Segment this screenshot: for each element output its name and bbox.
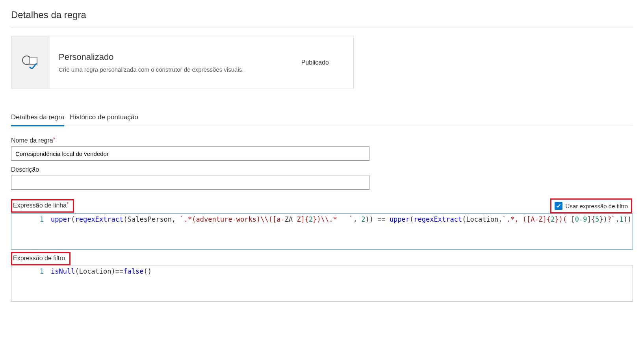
custom-rule-icon	[22, 55, 39, 70]
line-number: 1	[11, 266, 51, 301]
tabs: Detalhes da regra Histórico de pontuação	[11, 113, 633, 126]
filter-expression-label-highlight: Expressão de filtro	[11, 252, 71, 265]
row-expression-label-text: Expressão de linha	[13, 202, 67, 209]
rule-name-label: Nome da regra*	[11, 137, 633, 144]
required-asterisk: *	[53, 136, 55, 142]
rule-type-icon-box	[11, 36, 50, 89]
filter-expression-editor[interactable]: 1 isNull(Location)==false()	[11, 265, 633, 302]
use-filter-expression-label: Usar expressão de filtro	[566, 203, 628, 209]
svg-rect-1	[29, 57, 37, 64]
filter-expression-label: Expressão de filtro	[13, 255, 65, 262]
required-asterisk: *	[67, 201, 69, 207]
use-filter-expression-checkbox[interactable]: Usar expressão de filtro	[550, 198, 632, 213]
rule-name-input[interactable]	[11, 146, 369, 161]
row-expression-code[interactable]: upper(regexExtract(SalesPerson, `.*(adve…	[51, 214, 633, 249]
divider	[11, 28, 633, 28]
row-expression-label: Expressão de linha*	[13, 202, 69, 209]
rule-type-card: Personalizado Crie uma regra personaliza…	[11, 36, 354, 89]
checkbox-checked-icon	[555, 202, 562, 210]
tab-score-history[interactable]: Histórico de pontuação	[70, 113, 138, 126]
row-expression-label-highlight: Expressão de linha*	[11, 199, 74, 213]
rule-name-label-text: Nome da regra	[11, 137, 53, 144]
tab-rule-details[interactable]: Detalhes da regra	[11, 113, 64, 126]
description-label: Descrição	[11, 166, 633, 173]
filter-expression-code[interactable]: isNull(Location)==false()	[51, 266, 633, 301]
card-description: Crie uma regra personalizada com o const…	[59, 66, 243, 73]
card-title: Personalizado	[59, 52, 243, 62]
page-title: Detalhes da regra	[11, 9, 633, 20]
description-input[interactable]	[11, 176, 369, 190]
card-status: Publicado	[301, 59, 329, 66]
line-number: 1	[11, 214, 51, 249]
row-expression-editor[interactable]: 1 upper(regexExtract(SalesPerson, `.*(ad…	[11, 213, 633, 250]
